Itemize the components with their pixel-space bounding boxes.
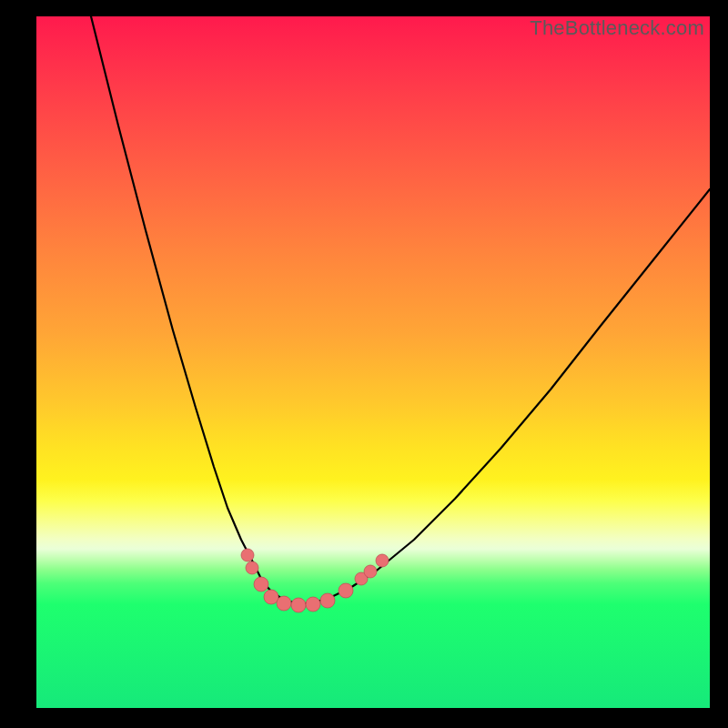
plot-area: TheBottleneck.com xyxy=(36,16,710,708)
curve-layer xyxy=(36,16,710,708)
marker-group xyxy=(241,549,389,612)
marker-dot xyxy=(246,561,258,574)
bottleneck-curve xyxy=(91,16,710,603)
marker-dot xyxy=(254,577,268,592)
marker-dot xyxy=(277,596,291,611)
marker-dot xyxy=(364,565,377,578)
marker-dot xyxy=(291,598,306,612)
marker-dot xyxy=(306,597,320,612)
watermark-text: TheBottleneck.com xyxy=(530,16,704,40)
marker-dot xyxy=(376,554,389,567)
marker-dot xyxy=(241,549,254,561)
marker-dot xyxy=(320,593,335,608)
chart-frame: TheBottleneck.com xyxy=(0,0,728,728)
marker-dot xyxy=(264,590,278,604)
marker-dot xyxy=(339,583,353,598)
